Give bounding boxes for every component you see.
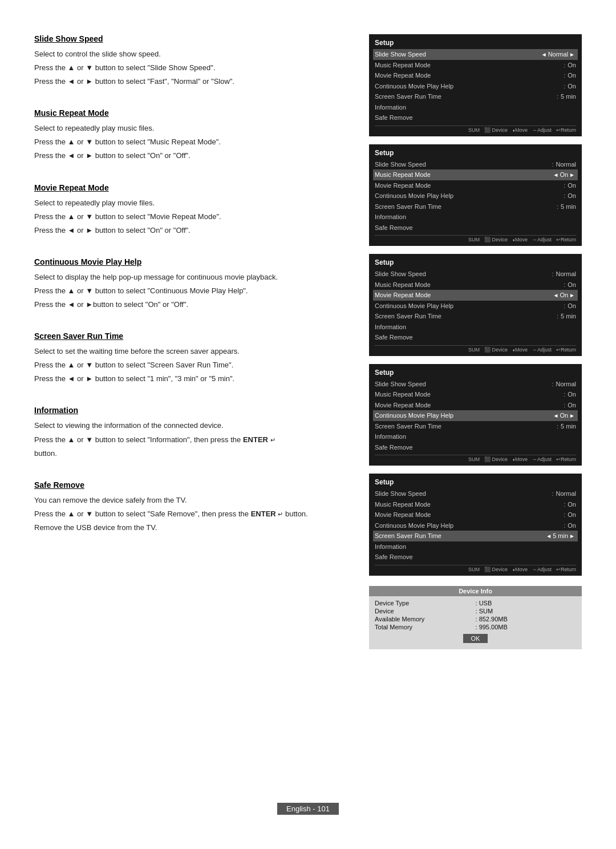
device-info-row-available: Available Memory : 852.90MB [375, 616, 576, 622]
row-label: Movie Repeat Mode [375, 71, 561, 80]
sep: : [552, 160, 553, 169]
footer-move: ⬧Move [512, 567, 528, 572]
main-content: Slide Show Speed Select to control the s… [34, 34, 582, 649]
setup-row-screen-saver-2: Screen Saver Run Time : 5 min [375, 201, 576, 212]
setup-panel-2-title: Setup [375, 149, 576, 157]
sep: : [552, 489, 553, 499]
slide-show-line3: Press the ◄ or ► button to select "Fast"… [34, 75, 346, 88]
section-body-continuous-movie-play-help: Select to display the help pop-up messag… [34, 271, 346, 311]
section-body-information: Select to viewing the information of the… [34, 419, 346, 459]
movie-repeat-line1: Select to repeatedly play movie files. [34, 197, 346, 209]
device-type-label: Device Type [375, 600, 475, 607]
setup-row-screen-saver-3: Screen Saver Run Time : 5 min [375, 311, 576, 322]
footer-move: ⬧Move [512, 456, 528, 462]
device-type-value: : USB [476, 600, 576, 607]
enter-icon: ↵ [270, 436, 275, 443]
setup-panel-5: Setup Slide Show Speed : Normal Music Re… [369, 474, 582, 576]
row-label: Information [375, 432, 576, 442]
row-label: Screen Saver Run Time [375, 202, 554, 212]
device-info-row-device: Device : SUM [375, 608, 576, 614]
row-label: Screen Saver Run Time [375, 531, 545, 541]
row-label: Music Repeat Mode [375, 390, 561, 399]
sep: : [557, 422, 558, 431]
section-continuous-movie-play-help: Continuous Movie Play Help Select to dis… [34, 257, 346, 311]
row-label: Safe Remove [375, 443, 576, 452]
device-info-row-type: Device Type : USB [375, 600, 576, 607]
footer-adjust: ↔Adjust [532, 567, 552, 572]
row-value: 5 min [561, 422, 576, 431]
setup-panel-4-title: Setup [375, 369, 576, 377]
right-column: Setup Slide Show Speed ◄ Normal ► Music … [369, 34, 582, 649]
right-arrow-icon: ► [569, 171, 575, 179]
setup-row-music-1: Music Repeat Mode : On [375, 60, 576, 71]
footer-return: ↩Return [556, 567, 576, 572]
section-body-music-repeat-mode: Select to repeatedly play music files. P… [34, 122, 346, 162]
footer-return: ↩Return [556, 456, 576, 462]
row-label: Safe Remove [375, 552, 576, 562]
info-line3: button. [34, 447, 346, 460]
row-value: On [560, 170, 568, 180]
sep: : [564, 401, 565, 410]
row-label: Screen Saver Run Time [375, 92, 554, 102]
right-arrow-icon: ► [569, 411, 575, 420]
enter-label: ENTER [243, 435, 268, 444]
music-repeat-line1: Select to repeatedly play music files. [34, 122, 346, 135]
left-arrow-icon: ◄ [553, 291, 559, 300]
footer-return: ↩Return [556, 127, 576, 133]
section-body-slide-show-speed: Select to control the slide show speed. … [34, 48, 346, 88]
footer-adjust: ↔Adjust [532, 127, 552, 133]
row-label: Slide Show Speed [375, 160, 549, 169]
sep: : [564, 60, 565, 70]
row-label: Continuous Movie Play Help [375, 82, 561, 91]
sep: : [564, 191, 565, 201]
safe-remove-line2: Press the ▲ or ▼ button to select "Safe … [34, 508, 346, 520]
setup-row-movie-4: Movie Repeat Mode : On [375, 400, 576, 411]
setup-row-safe-remove-4: Safe Remove [375, 442, 576, 453]
setup-row-safe-remove-3: Safe Remove [375, 332, 576, 343]
total-memory-value: : 995.00MB [476, 624, 576, 630]
total-memory-label: Total Memory [375, 624, 475, 630]
footer-return: ↩Return [556, 347, 576, 353]
footer-device: ⬛ Device [484, 347, 508, 353]
row-label: Continuous Movie Play Help [375, 301, 561, 311]
page-number: English - 101 [277, 803, 339, 815]
row-value: Normal [548, 50, 568, 59]
footer-sum: SUM [468, 567, 480, 572]
sep: : [557, 92, 558, 102]
setup-row-screen-saver-4: Screen Saver Run Time : 5 min [375, 421, 576, 432]
device-info-row-total: Total Memory : 995.00MB [375, 624, 576, 630]
setup-row-safe-remove-1: Safe Remove [375, 112, 576, 123]
section-body-safe-remove: You can remove the device safely from th… [34, 494, 346, 534]
enter-icon2: ↵ [278, 511, 283, 518]
screen-saver-line2: Press the ▲ or ▼ button to select "Scree… [34, 359, 346, 371]
footer-move: ⬧Move [512, 127, 528, 133]
sep: : [564, 390, 565, 399]
row-label: Information [375, 542, 576, 552]
row-value: Normal [556, 269, 576, 279]
section-title-continuous-movie-play-help: Continuous Movie Play Help [34, 257, 346, 266]
section-movie-repeat-mode: Movie Repeat Mode Select to repeatedly p… [34, 183, 346, 237]
row-label: Safe Remove [375, 223, 576, 233]
row-value: Normal [556, 379, 576, 389]
movie-repeat-line3: Press the ◄ or ► button to select "On" o… [34, 224, 346, 237]
device-info-panel: Device Info Device Type : USB Device : S… [369, 586, 582, 649]
footer-move: ⬧Move [512, 237, 528, 242]
row-value: Normal [556, 160, 576, 169]
enter-label2: ENTER [251, 510, 276, 518]
row-value: On [568, 181, 576, 191]
row-value: On [568, 500, 576, 510]
row-label: Movie Repeat Mode [375, 290, 552, 300]
row-value: On [560, 411, 568, 421]
setup-row-continuous-1: Continuous Movie Play Help : On [375, 81, 576, 92]
left-column: Slide Show Speed Select to control the s… [34, 34, 346, 649]
sep: : [557, 312, 558, 321]
row-label: Information [375, 103, 576, 112]
device-info-title: Device Info [369, 586, 582, 596]
movie-repeat-line2: Press the ▲ or ▼ button to select "Movie… [34, 211, 346, 223]
sep: : [557, 202, 558, 212]
row-label: Information [375, 212, 576, 222]
ok-button[interactable]: OK [463, 634, 488, 643]
row-label: Slide Show Speed [375, 269, 549, 279]
setup-row-continuous-2: Continuous Movie Play Help : On [375, 191, 576, 201]
device-value: : SUM [476, 608, 576, 614]
